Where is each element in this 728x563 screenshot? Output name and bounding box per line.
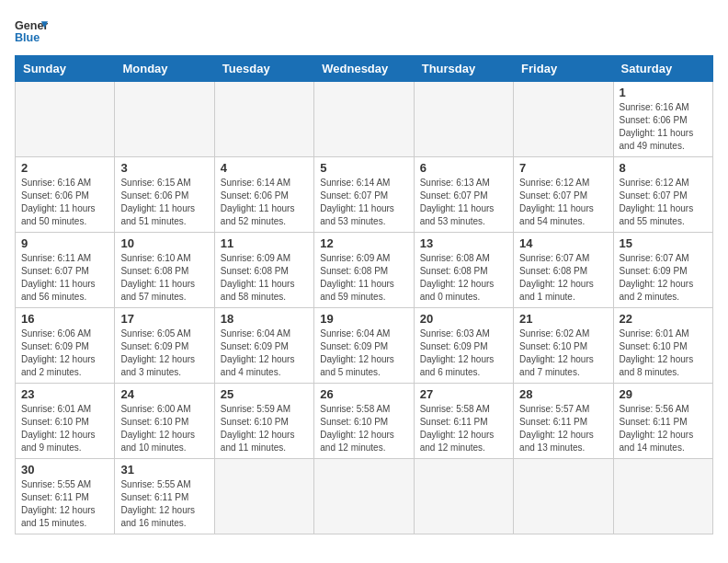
day-info: Sunrise: 6:01 AM Sunset: 6:10 PM Dayligh… <box>21 403 108 454</box>
day-info: Sunrise: 6:09 AM Sunset: 6:08 PM Dayligh… <box>320 252 407 304</box>
calendar-cell <box>414 459 513 534</box>
calendar-cell: 21Sunrise: 6:02 AM Sunset: 6:10 PM Dayli… <box>514 308 613 384</box>
day-number: 16 <box>21 312 108 326</box>
day-number: 30 <box>21 463 108 477</box>
day-info: Sunrise: 6:01 AM Sunset: 6:10 PM Dayligh… <box>620 327 707 379</box>
day-info: Sunrise: 6:04 AM Sunset: 6:09 PM Dayligh… <box>221 327 308 379</box>
day-info: Sunrise: 5:59 AM Sunset: 6:10 PM Dayligh… <box>221 403 308 454</box>
day-info: Sunrise: 6:12 AM Sunset: 6:07 PM Dayligh… <box>519 177 607 228</box>
day-info: Sunrise: 6:12 AM Sunset: 6:07 PM Dayligh… <box>620 177 707 228</box>
day-number: 19 <box>320 312 407 326</box>
calendar-cell: 18Sunrise: 6:04 AM Sunset: 6:09 PM Dayli… <box>214 308 313 384</box>
day-number: 28 <box>519 387 607 401</box>
calendar-cell: 1Sunrise: 6:16 AM Sunset: 6:06 PM Daylig… <box>613 82 712 157</box>
page-header: General Blue <box>15 15 713 48</box>
calendar-cell <box>214 459 313 534</box>
calendar-cell: 7Sunrise: 6:12 AM Sunset: 6:07 PM Daylig… <box>514 157 613 233</box>
day-number: 26 <box>320 387 407 401</box>
header-friday: Friday <box>514 56 613 82</box>
day-number: 5 <box>320 161 407 175</box>
calendar-cell: 23Sunrise: 6:01 AM Sunset: 6:10 PM Dayli… <box>16 384 115 459</box>
day-info: Sunrise: 6:16 AM Sunset: 6:06 PM Dayligh… <box>21 177 108 228</box>
calendar-cell: 22Sunrise: 6:01 AM Sunset: 6:10 PM Dayli… <box>613 308 712 384</box>
day-info: Sunrise: 6:13 AM Sunset: 6:07 PM Dayligh… <box>420 177 507 228</box>
day-info: Sunrise: 5:57 AM Sunset: 6:11 PM Dayligh… <box>519 403 607 454</box>
day-number: 24 <box>120 387 208 401</box>
calendar-cell: 19Sunrise: 6:04 AM Sunset: 6:09 PM Dayli… <box>314 308 414 384</box>
calendar-week-row: 1Sunrise: 6:16 AM Sunset: 6:06 PM Daylig… <box>16 82 713 157</box>
logo-icon: General Blue <box>15 15 48 48</box>
calendar-cell: 15Sunrise: 6:07 AM Sunset: 6:09 PM Dayli… <box>613 233 712 308</box>
calendar-cell <box>214 82 313 157</box>
day-info: Sunrise: 6:06 AM Sunset: 6:09 PM Dayligh… <box>21 327 108 379</box>
day-number: 22 <box>620 312 707 326</box>
day-number: 27 <box>420 387 507 401</box>
calendar-week-row: 23Sunrise: 6:01 AM Sunset: 6:10 PM Dayli… <box>16 384 713 459</box>
calendar-header-row: SundayMondayTuesdayWednesdayThursdayFrid… <box>16 56 713 82</box>
calendar-week-row: 16Sunrise: 6:06 AM Sunset: 6:09 PM Dayli… <box>16 308 713 384</box>
calendar-cell: 5Sunrise: 6:14 AM Sunset: 6:07 PM Daylig… <box>314 157 414 233</box>
day-info: Sunrise: 6:02 AM Sunset: 6:10 PM Dayligh… <box>519 327 607 379</box>
calendar-cell <box>414 82 513 157</box>
calendar-cell: 31Sunrise: 5:55 AM Sunset: 6:11 PM Dayli… <box>115 459 214 534</box>
calendar-cell: 27Sunrise: 5:58 AM Sunset: 6:11 PM Dayli… <box>414 384 513 459</box>
calendar-cell: 29Sunrise: 5:56 AM Sunset: 6:11 PM Dayli… <box>613 384 712 459</box>
calendar-cell: 12Sunrise: 6:09 AM Sunset: 6:08 PM Dayli… <box>314 233 414 308</box>
calendar-cell: 8Sunrise: 6:12 AM Sunset: 6:07 PM Daylig… <box>613 157 712 233</box>
calendar-cell: 24Sunrise: 6:00 AM Sunset: 6:10 PM Dayli… <box>115 384 214 459</box>
day-info: Sunrise: 5:55 AM Sunset: 6:11 PM Dayligh… <box>120 478 208 530</box>
day-info: Sunrise: 6:03 AM Sunset: 6:09 PM Dayligh… <box>420 327 507 379</box>
day-number: 29 <box>620 387 707 401</box>
header-saturday: Saturday <box>613 56 712 82</box>
day-number: 2 <box>21 161 108 175</box>
calendar-cell: 16Sunrise: 6:06 AM Sunset: 6:09 PM Dayli… <box>16 308 115 384</box>
day-number: 3 <box>120 161 208 175</box>
calendar-cell: 6Sunrise: 6:13 AM Sunset: 6:07 PM Daylig… <box>414 157 513 233</box>
calendar-week-row: 30Sunrise: 5:55 AM Sunset: 6:11 PM Dayli… <box>16 459 713 534</box>
calendar-cell <box>314 82 414 157</box>
day-info: Sunrise: 6:09 AM Sunset: 6:08 PM Dayligh… <box>221 252 308 304</box>
calendar-cell: 10Sunrise: 6:10 AM Sunset: 6:08 PM Dayli… <box>115 233 214 308</box>
calendar-cell: 25Sunrise: 5:59 AM Sunset: 6:10 PM Dayli… <box>214 384 313 459</box>
calendar-cell: 20Sunrise: 6:03 AM Sunset: 6:09 PM Dayli… <box>414 308 513 384</box>
day-info: Sunrise: 5:58 AM Sunset: 6:11 PM Dayligh… <box>420 403 507 454</box>
day-number: 11 <box>221 236 308 250</box>
day-number: 15 <box>620 236 707 250</box>
calendar-cell: 9Sunrise: 6:11 AM Sunset: 6:07 PM Daylig… <box>16 233 115 308</box>
day-number: 25 <box>221 387 308 401</box>
logo: General Blue <box>15 15 48 48</box>
day-number: 21 <box>519 312 607 326</box>
day-number: 23 <box>21 387 108 401</box>
day-number: 10 <box>120 236 208 250</box>
svg-text:Blue: Blue <box>15 31 40 44</box>
header-wednesday: Wednesday <box>314 56 414 82</box>
day-number: 4 <box>221 161 308 175</box>
header-thursday: Thursday <box>414 56 513 82</box>
calendar-cell: 28Sunrise: 5:57 AM Sunset: 6:11 PM Dayli… <box>514 384 613 459</box>
day-info: Sunrise: 6:14 AM Sunset: 6:06 PM Dayligh… <box>221 177 308 228</box>
calendar-cell <box>314 459 414 534</box>
day-number: 13 <box>420 236 507 250</box>
day-number: 12 <box>320 236 407 250</box>
day-number: 9 <box>21 236 108 250</box>
day-info: Sunrise: 6:04 AM Sunset: 6:09 PM Dayligh… <box>320 327 407 379</box>
day-info: Sunrise: 6:08 AM Sunset: 6:08 PM Dayligh… <box>420 252 507 304</box>
header-monday: Monday <box>115 56 214 82</box>
calendar-cell: 11Sunrise: 6:09 AM Sunset: 6:08 PM Dayli… <box>214 233 313 308</box>
calendar-cell: 26Sunrise: 5:58 AM Sunset: 6:10 PM Dayli… <box>314 384 414 459</box>
day-info: Sunrise: 6:00 AM Sunset: 6:10 PM Dayligh… <box>120 403 208 454</box>
calendar-week-row: 9Sunrise: 6:11 AM Sunset: 6:07 PM Daylig… <box>16 233 713 308</box>
day-number: 18 <box>221 312 308 326</box>
calendar-week-row: 2Sunrise: 6:16 AM Sunset: 6:06 PM Daylig… <box>16 157 713 233</box>
calendar-cell <box>16 82 115 157</box>
calendar-cell <box>514 82 613 157</box>
day-info: Sunrise: 6:11 AM Sunset: 6:07 PM Dayligh… <box>21 252 108 304</box>
calendar-cell: 13Sunrise: 6:08 AM Sunset: 6:08 PM Dayli… <box>414 233 513 308</box>
day-info: Sunrise: 6:07 AM Sunset: 6:09 PM Dayligh… <box>620 252 707 304</box>
calendar-cell: 3Sunrise: 6:15 AM Sunset: 6:06 PM Daylig… <box>115 157 214 233</box>
calendar-cell: 17Sunrise: 6:05 AM Sunset: 6:09 PM Dayli… <box>115 308 214 384</box>
day-number: 7 <box>519 161 607 175</box>
day-number: 6 <box>420 161 507 175</box>
calendar-cell: 2Sunrise: 6:16 AM Sunset: 6:06 PM Daylig… <box>16 157 115 233</box>
day-number: 8 <box>620 161 707 175</box>
